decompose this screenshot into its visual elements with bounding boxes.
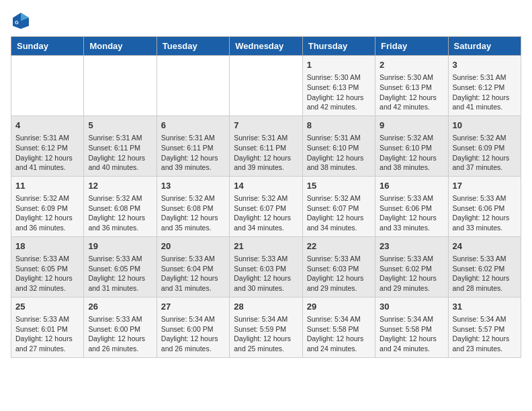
- day-info: Sunrise: 5:33 AM: [88, 314, 152, 324]
- day-info: Sunrise: 5:32 AM: [380, 133, 443, 143]
- day-info: Daylight: 12 hours: [234, 153, 298, 163]
- header-day-wednesday: Wednesday: [230, 37, 302, 56]
- header-row: SundayMondayTuesdayWednesdayThursdayFrid…: [11, 37, 521, 56]
- calendar-cell: 10Sunrise: 5:32 AMSunset: 6:09 PMDayligh…: [448, 116, 521, 176]
- day-info: Sunrise: 5:30 AM: [307, 73, 371, 83]
- calendar-cell: 28Sunrise: 5:34 AMSunset: 5:59 PMDayligh…: [230, 297, 302, 357]
- day-info: Daylight: 12 hours: [15, 213, 79, 223]
- calendar-cell: 23Sunrise: 5:33 AMSunset: 6:02 PMDayligh…: [375, 236, 448, 297]
- day-info: Sunrise: 5:32 AM: [453, 133, 517, 143]
- day-info: and 28 minutes.: [453, 283, 517, 293]
- day-info: Daylight: 12 hours: [307, 334, 371, 344]
- week-row-1: 4Sunrise: 5:31 AMSunset: 6:12 PMDaylight…: [11, 116, 521, 176]
- day-info: Daylight: 12 hours: [453, 273, 517, 283]
- day-number: 25: [15, 301, 79, 313]
- day-info: Sunrise: 5:33 AM: [453, 193, 517, 203]
- day-info: Daylight: 12 hours: [453, 213, 517, 223]
- day-info: and 30 minutes.: [234, 283, 298, 293]
- calendar-cell: 27Sunrise: 5:34 AMSunset: 6:00 PMDayligh…: [157, 297, 229, 357]
- day-number: 13: [161, 180, 225, 192]
- day-number: 21: [234, 240, 298, 253]
- calendar-body: 1Sunrise: 5:30 AMSunset: 6:13 PMDaylight…: [11, 56, 521, 358]
- day-info: Daylight: 12 hours: [380, 213, 443, 223]
- day-info: and 36 minutes.: [15, 223, 79, 233]
- calendar-cell: 26Sunrise: 5:33 AMSunset: 6:00 PMDayligh…: [84, 297, 157, 357]
- day-info: Sunset: 6:09 PM: [453, 143, 517, 153]
- day-info: Daylight: 12 hours: [15, 334, 79, 344]
- day-info: Daylight: 12 hours: [380, 153, 443, 163]
- day-info: Daylight: 12 hours: [307, 273, 371, 283]
- day-info: and 42 minutes.: [307, 102, 371, 112]
- day-info: Sunset: 6:11 PM: [88, 143, 152, 153]
- day-info: and 34 minutes.: [234, 223, 298, 233]
- day-number: 22: [307, 240, 371, 253]
- header-day-friday: Friday: [375, 37, 448, 56]
- logo: G: [11, 11, 34, 31]
- day-number: 2: [380, 59, 443, 71]
- day-info: Sunrise: 5:34 AM: [380, 314, 443, 324]
- calendar-cell: 18Sunrise: 5:33 AMSunset: 6:05 PMDayligh…: [11, 236, 84, 297]
- day-number: 8: [307, 120, 371, 132]
- svg-text:G: G: [15, 19, 19, 26]
- day-number: 15: [307, 180, 371, 192]
- day-info: Sunset: 6:07 PM: [307, 203, 371, 214]
- day-info: Sunset: 6:12 PM: [453, 83, 517, 93]
- day-info: and 29 minutes.: [380, 283, 443, 293]
- day-info: Daylight: 12 hours: [307, 153, 371, 163]
- calendar-cell: 2Sunrise: 5:30 AMSunset: 6:13 PMDaylight…: [375, 56, 448, 116]
- day-number: 3: [453, 59, 517, 71]
- day-info: Sunset: 6:10 PM: [380, 143, 443, 153]
- day-number: 24: [453, 240, 517, 253]
- page-header: G: [11, 11, 521, 31]
- day-info: Sunset: 6:06 PM: [380, 203, 443, 214]
- day-info: Daylight: 12 hours: [161, 273, 225, 283]
- day-info: Daylight: 12 hours: [380, 93, 443, 103]
- day-number: 27: [161, 301, 225, 313]
- day-number: 20: [161, 240, 225, 253]
- day-number: 30: [380, 301, 443, 313]
- day-info: Sunset: 6:05 PM: [88, 264, 152, 274]
- calendar-cell: 14Sunrise: 5:32 AMSunset: 6:07 PMDayligh…: [230, 176, 302, 236]
- day-info: Sunset: 6:02 PM: [380, 264, 443, 274]
- calendar-cell: 30Sunrise: 5:34 AMSunset: 5:58 PMDayligh…: [375, 297, 448, 357]
- day-info: and 26 minutes.: [161, 344, 225, 354]
- day-info: Sunrise: 5:33 AM: [380, 254, 443, 264]
- day-info: Sunset: 6:04 PM: [161, 264, 225, 274]
- calendar-cell: 4Sunrise: 5:31 AMSunset: 6:12 PMDaylight…: [11, 116, 84, 176]
- day-info: Sunrise: 5:31 AM: [307, 133, 371, 143]
- calendar-cell: 24Sunrise: 5:33 AMSunset: 6:02 PMDayligh…: [448, 236, 521, 297]
- day-info: and 34 minutes.: [307, 223, 371, 233]
- day-info: Sunset: 5:58 PM: [307, 324, 371, 334]
- calendar-cell: [84, 56, 157, 116]
- day-info: and 41 minutes.: [453, 102, 517, 112]
- calendar-cell: 25Sunrise: 5:33 AMSunset: 6:01 PMDayligh…: [11, 297, 84, 357]
- calendar-cell: 22Sunrise: 5:33 AMSunset: 6:03 PMDayligh…: [302, 236, 375, 297]
- day-number: 26: [88, 301, 152, 313]
- day-info: Sunset: 6:11 PM: [234, 143, 298, 153]
- day-info: Daylight: 12 hours: [161, 153, 225, 163]
- day-info: Sunrise: 5:34 AM: [234, 314, 298, 324]
- day-info: and 33 minutes.: [380, 223, 443, 233]
- day-number: 18: [15, 240, 79, 253]
- day-info: Daylight: 12 hours: [15, 153, 79, 163]
- day-info: Sunset: 6:11 PM: [161, 143, 225, 153]
- week-row-0: 1Sunrise: 5:30 AMSunset: 6:13 PMDaylight…: [11, 56, 521, 116]
- day-info: Sunset: 6:00 PM: [88, 324, 152, 334]
- day-info: Sunrise: 5:31 AM: [88, 133, 152, 143]
- day-info: Daylight: 12 hours: [380, 334, 443, 344]
- day-info: and 39 minutes.: [234, 163, 298, 173]
- day-info: Daylight: 12 hours: [453, 334, 517, 344]
- calendar-cell: 16Sunrise: 5:33 AMSunset: 6:06 PMDayligh…: [375, 176, 448, 236]
- day-info: Sunrise: 5:33 AM: [15, 254, 79, 264]
- day-info: Daylight: 12 hours: [453, 93, 517, 103]
- day-info: and 25 minutes.: [234, 344, 298, 354]
- day-info: and 29 minutes.: [307, 283, 371, 293]
- calendar-cell: [230, 56, 302, 116]
- day-info: and 40 minutes.: [88, 163, 152, 173]
- day-info: and 37 minutes.: [453, 163, 517, 173]
- day-info: Sunrise: 5:33 AM: [380, 193, 443, 203]
- day-info: and 38 minutes.: [307, 163, 371, 173]
- header-day-saturday: Saturday: [448, 37, 521, 56]
- day-info: Daylight: 12 hours: [88, 153, 152, 163]
- calendar-cell: 1Sunrise: 5:30 AMSunset: 6:13 PMDaylight…: [302, 56, 375, 116]
